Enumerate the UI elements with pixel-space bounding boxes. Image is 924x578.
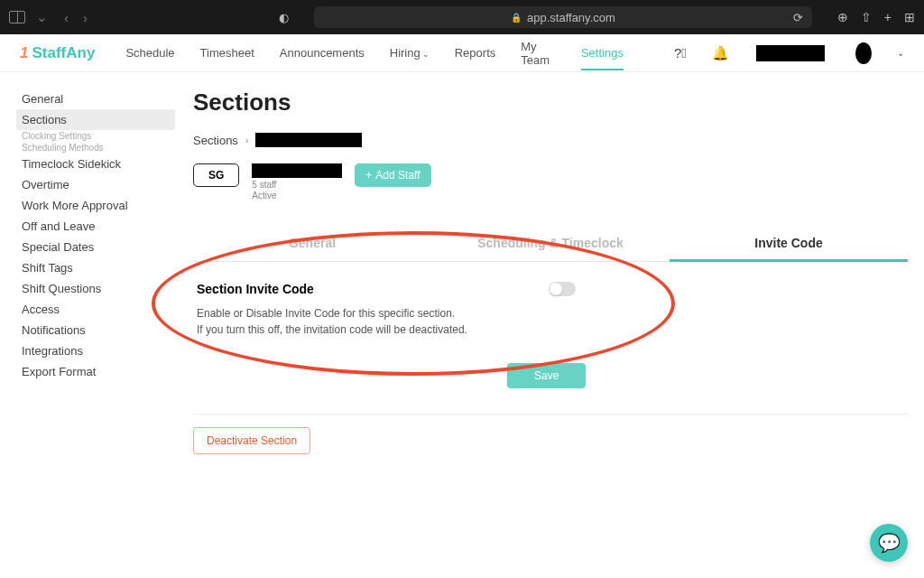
nav-schedule[interactable]: Schedule (125, 46, 174, 60)
bell-icon[interactable]: 🔔 (712, 45, 729, 61)
deactivate-section-button[interactable]: Deactivate Section (193, 427, 310, 454)
tab-general[interactable]: General (193, 227, 431, 261)
reload-icon[interactable]: ⟳ (793, 11, 803, 24)
breadcrumb-root[interactable]: Sections (193, 134, 238, 147)
sidebar-item-sections[interactable]: Sections (16, 109, 175, 130)
sidebar-sub-scheduling[interactable]: Scheduling Methods (16, 142, 175, 154)
download-icon[interactable]: ⊕ (837, 10, 848, 24)
browser-chrome: ⌄ ‹ › ◐ 🔒 app.staffany.com ⟳ ⊕ ⇧ + ⊞ (0, 0, 924, 34)
nav-timesheet[interactable]: Timesheet (200, 46, 254, 60)
tab-scheduling[interactable]: Scheduling & Timeclock (431, 227, 670, 261)
panel-desc-2: If you turn this off, the invitation cod… (197, 322, 904, 338)
sidebar-item-shiftquestions[interactable]: Shift Questions (16, 278, 175, 299)
url-bar[interactable]: 🔒 app.staffany.com ⟳ (314, 6, 812, 28)
share-icon[interactable]: ⇧ (861, 10, 872, 24)
nav-myteam[interactable]: My Team (521, 40, 556, 67)
sidebar-item-access[interactable]: Access (16, 299, 175, 320)
avatar[interactable] (855, 42, 872, 64)
nav-settings[interactable]: Settings (581, 46, 624, 70)
section-status: Active (252, 191, 342, 201)
sidebar-item-shifttags[interactable]: Shift Tags (16, 257, 175, 278)
panel-desc-1: Enable or Disable Invite Code for this s… (197, 305, 904, 322)
staff-count: 5 staff (252, 180, 342, 191)
sidebar-sub-clocking[interactable]: Clocking Settings (16, 130, 175, 142)
content-area: Sections Sections › SG 5 staff Active + … (175, 89, 908, 454)
intercom-launcher[interactable]: 💬 (870, 524, 908, 562)
add-staff-label: Add Staff (375, 169, 420, 182)
sidebar-item-notifications[interactable]: Notifications (16, 320, 175, 340)
nav-hiring[interactable]: Hiring⌄ (390, 46, 430, 60)
plus-icon: + (365, 169, 372, 182)
save-button[interactable]: Save (507, 363, 586, 388)
invite-code-panel: Section Invite Code Enable or Disable In… (193, 262, 908, 415)
sidebar-item-integrations[interactable]: Integrations (16, 340, 175, 361)
sidebar-item-offleave[interactable]: Off and Leave (16, 216, 175, 237)
new-tab-icon[interactable]: + (884, 10, 892, 24)
chevron-down-icon[interactable]: ⌄ (36, 9, 48, 25)
chevron-down-icon: ⌄ (422, 50, 430, 59)
sidebar-item-exportformat[interactable]: Export Format (16, 361, 175, 382)
settings-sidebar: General Sections Clocking Settings Sched… (16, 89, 175, 454)
page-title: Sections (193, 89, 908, 117)
chevron-right-icon: › (245, 135, 248, 145)
invite-code-toggle[interactable] (549, 282, 576, 296)
sidebar-item-timeclock-sidekick[interactable]: Timeclock Sidekick (16, 154, 175, 174)
breadcrumb: Sections › (193, 133, 908, 147)
forward-icon[interactable]: › (83, 10, 88, 25)
lock-icon: 🔒 (511, 13, 522, 23)
app-header: 1 StaffAny Schedule Timesheet Announceme… (0, 34, 924, 72)
help-icon[interactable]: ?⃝ (674, 45, 687, 61)
back-icon[interactable]: ‹ (64, 10, 69, 25)
add-staff-button[interactable]: + Add Staff (355, 163, 430, 187)
url-text: app.staffany.com (527, 11, 615, 24)
user-name-redacted (756, 45, 826, 61)
tabs-icon[interactable]: ⊞ (904, 10, 915, 24)
nav-announcements[interactable]: Announcements (280, 46, 365, 60)
sidebar-item-workmore[interactable]: Work More Approval (16, 195, 175, 216)
shield-icon[interactable]: ◐ (279, 11, 289, 24)
sidebar-item-general[interactable]: General (16, 89, 175, 109)
sidebar-item-specialdates[interactable]: Special Dates (16, 237, 175, 257)
section-tabs: General Scheduling & Timeclock Invite Co… (193, 227, 908, 262)
country-chip[interactable]: SG (193, 163, 239, 187)
sidebar-toggle-icon[interactable] (9, 11, 25, 23)
section-name-redacted (252, 163, 342, 178)
nav-reports[interactable]: Reports (455, 46, 496, 60)
chat-icon: 💬 (878, 532, 901, 554)
brand-name: StaffAny (32, 44, 95, 62)
logo-mark-icon: 1 (20, 44, 28, 62)
breadcrumb-section-redacted (255, 133, 362, 147)
chevron-down-icon[interactable]: ⌄ (897, 48, 904, 58)
tab-invitecode[interactable]: Invite Code (670, 227, 908, 262)
brand-logo[interactable]: 1 StaffAny (20, 44, 95, 62)
sidebar-item-overtime[interactable]: Overtime (16, 174, 175, 195)
